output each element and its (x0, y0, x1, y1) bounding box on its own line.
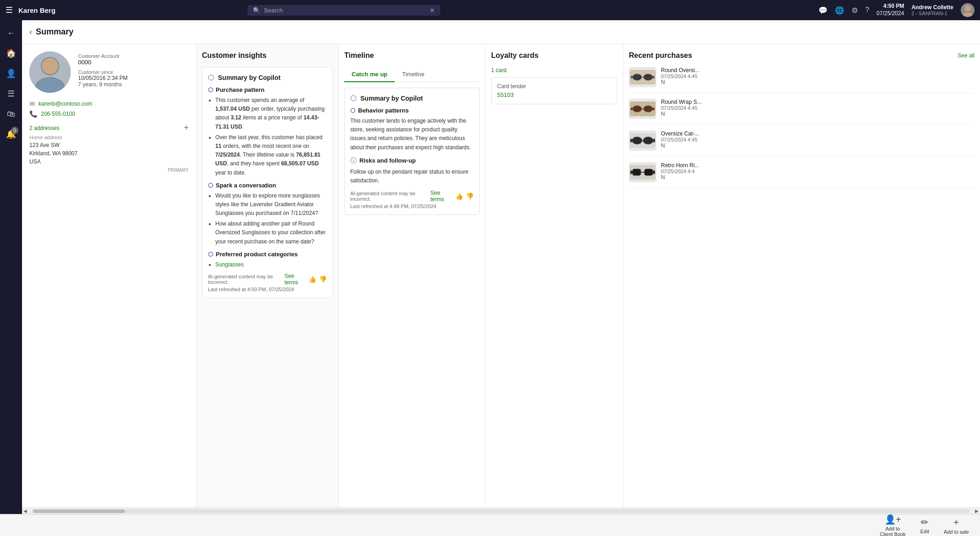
customer-avatar (29, 51, 71, 93)
sunglasses-link[interactable]: Sunglasses (215, 261, 244, 268)
add-address-button[interactable]: + (184, 123, 189, 133)
timeline-title: Timeline (344, 50, 480, 62)
preferred-list: Sunglasses (208, 260, 327, 269)
timeline-last-refreshed: Last refreshed at 4:48 PM, 07/25/2024 (350, 203, 474, 209)
purchase-img-3 (629, 130, 656, 151)
thumbs-up-button[interactable]: 👍 (308, 276, 316, 283)
notification-badge: 0 (11, 127, 18, 134)
purchase-price-1: N (661, 79, 974, 85)
globe-icon[interactable]: 🌐 (835, 6, 844, 15)
topnav-user: Andrew Collette 2 - SANFRAN-1 (912, 4, 953, 16)
customer-meta: Customer Account 0000 Customer since 10/… (78, 51, 189, 93)
purchase-info-2: Round Wrap S... 07/25/2024 4:45 N (661, 99, 974, 119)
back-button[interactable]: ‹ (29, 27, 32, 37)
svg-rect-23 (630, 139, 632, 142)
loyalty-card: Card tender 55103 (491, 77, 617, 104)
sidebar-customer[interactable]: 👤 (2, 64, 20, 83)
svg-point-5 (42, 58, 58, 74)
sidebar-menu[interactable]: ☰ (2, 85, 20, 103)
timeline-thumbs-up-button[interactable]: 👍 (455, 192, 463, 200)
svg-point-21 (643, 137, 653, 144)
since-date: 10/05/2016 2:34 PM (78, 75, 189, 81)
scroll-left-arrow[interactable]: ◀ (22, 508, 28, 514)
addresses-link[interactable]: 2 addresses (29, 125, 59, 131)
thumbs-down-button[interactable]: 👎 (319, 276, 327, 283)
topnav-right: 💬 🌐 ⚙ ? 4:50 PM 07/25/2024 Andrew Collet… (818, 3, 974, 17)
svg-rect-24 (653, 139, 655, 142)
email-link[interactable]: karenb@contoso.com (39, 101, 92, 107)
sidebar-back[interactable]: ← (2, 24, 20, 42)
purchase-item-3: Oversize Cat-... 07/25/2024 4:45 N (629, 130, 974, 157)
tab-catchme[interactable]: Catch me up (344, 67, 395, 82)
account-label: Customer Account (78, 53, 189, 59)
purchase-bullet-1: This customer spends an average of 1,537… (215, 96, 327, 131)
preferred-icon: ⬡ (208, 251, 213, 258)
close-icon[interactable]: ✕ (430, 7, 435, 14)
risk-title: Risks and follow-up (359, 157, 416, 164)
timeline-copilot-header: ⬡ Summary by Copilot (350, 94, 474, 102)
add-to-client-book-button[interactable]: 👤+ Add toClient Book (880, 514, 906, 536)
svg-rect-17 (631, 107, 633, 110)
spark-bullet-2: How about adding another pair of Round O… (215, 220, 327, 246)
since-label: Customer since (78, 69, 189, 75)
spark-icon: ⬡ (208, 182, 213, 189)
purchase-pattern-section: ⬡ Purchase pattern (208, 86, 327, 93)
purchase-list: This customer spends an average of 1,537… (208, 96, 327, 177)
add-to-sale-button[interactable]: ＋ Add to sale (944, 516, 969, 535)
purchase-img-2 (629, 99, 656, 119)
hamburger-icon[interactable]: ☰ (6, 5, 13, 15)
chat-icon[interactable]: 💬 (818, 6, 828, 15)
phone-link[interactable]: 206-555-0100 (41, 111, 75, 117)
svg-rect-12 (653, 76, 655, 79)
tab-timeline[interactable]: Timeline (395, 67, 432, 82)
loyalty-panel: Loyalty cards 1 card Card tender 55103 (486, 44, 623, 514)
sidebar-home[interactable]: 🏠 (2, 44, 20, 62)
scroll-track[interactable] (32, 509, 970, 513)
last-refreshed: Last refreshed at 4:50 PM, 07/25/2024 (208, 287, 327, 292)
insights-title: Customer insights (202, 50, 333, 62)
purchase-price-4: N (661, 174, 974, 181)
addresses-header: 2 addresses + (29, 123, 189, 133)
svg-point-1 (962, 12, 973, 17)
page-header: ‹ Summary (22, 20, 980, 44)
svg-rect-27 (644, 169, 653, 175)
svg-rect-29 (630, 170, 633, 174)
search-bar[interactable]: 🔍 ✕ (247, 5, 440, 16)
ai-footer: AI-generated content may be incorrect. S… (208, 273, 327, 286)
scroll-right-arrow[interactable]: ▶ (974, 508, 980, 514)
purchase-date-1: 07/25/2024 4:45 (661, 73, 974, 79)
timeline-copilot-title: Summary by Copilot (360, 95, 423, 102)
purchase-name-3: Oversize Cat-... (661, 130, 974, 137)
purchase-item-2: Round Wrap S... 07/25/2024 4:45 N (629, 99, 974, 125)
see-all-link[interactable]: See all (958, 52, 974, 59)
purchases-title: Recent purchases (629, 50, 692, 62)
help-icon[interactable]: ? (865, 6, 869, 14)
sidebar-cart[interactable]: 🛍 (2, 105, 20, 123)
search-input[interactable] (264, 7, 426, 14)
edit-button[interactable]: ✏ Edit (920, 517, 929, 534)
copilot-header: ⬡ Summary by Copilot (208, 73, 327, 82)
primary-badge: PRIMARY (29, 168, 189, 173)
topnav-time: 4:50 PM 07/25/2024 (877, 3, 904, 17)
card-value: 55103 (497, 91, 611, 98)
copilot-icon: ⬡ (208, 73, 214, 82)
purchase-price-3: N (661, 142, 974, 149)
loyalty-count: 1 card (491, 67, 617, 73)
bottom-bar: 👤+ Add toClient Book ✏ Edit ＋ Add to sal… (0, 514, 980, 536)
settings-icon[interactable]: ⚙ (851, 6, 858, 15)
purchase-date-2: 07/25/2024 4:45 (661, 105, 974, 111)
copilot-title: Summary by Copilot (218, 74, 280, 81)
timeline-see-terms-link[interactable]: See terms (431, 190, 453, 203)
purchase-info-3: Oversize Cat-... 07/25/2024 4:45 N (661, 130, 974, 151)
spark-section: ⬡ Spark a conversation (208, 182, 327, 189)
purchase-date-4: 07/25/2024 4:4 (661, 169, 974, 174)
add-sale-icon: ＋ (952, 516, 961, 528)
see-terms-link[interactable]: See terms (285, 273, 306, 286)
sidebar: ← 🏠 👤 ☰ 🛍 🔔 0 (0, 20, 22, 536)
behavior-section: ⬡ Behavior patterns (350, 107, 474, 114)
timeline-thumbs-down-button[interactable]: 👎 (466, 192, 474, 200)
page-title: Summary (36, 27, 73, 37)
insights-card: ⬡ Summary by Copilot ⬡ Purchase pattern … (202, 67, 333, 298)
scroll-thumb[interactable] (33, 509, 125, 513)
sidebar-notification[interactable]: 🔔 0 (2, 125, 20, 143)
